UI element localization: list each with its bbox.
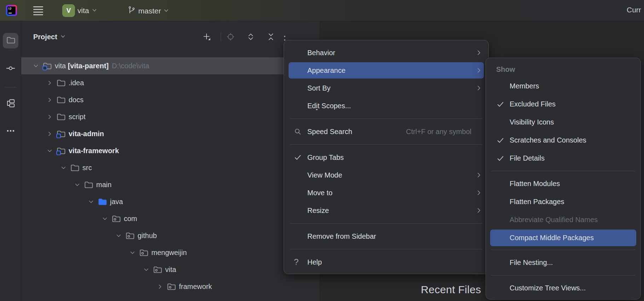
tree-row-framework[interactable]: framework [21,278,320,295]
tree-node-path: D:\code\vita [112,62,149,70]
menu-item-label: Group Tabs [307,154,476,162]
structure-toolwindow-button[interactable] [3,96,18,112]
project-view-selector[interactable]: Project [33,33,66,41]
main-toolbar: IJ V vita master Curr [0,0,644,21]
menu-item-excluded-files[interactable]: Excluded Files [486,95,640,113]
tree-node-label: vita-framework [69,147,119,155]
menu-item-group-tabs[interactable]: Group Tabs [284,149,488,166]
menu-divider [290,223,483,224]
package-icon [139,248,148,257]
chevron-down-icon[interactable] [46,148,53,154]
menu-item-label: Behavior [307,49,476,57]
project-tool-window: Project vita [vita-parent]D:\code\vita.i… [21,21,320,301]
chevron-right-icon[interactable] [156,284,164,290]
submenu-arrow-icon [476,207,482,214]
tree-row-src[interactable]: src [21,159,320,176]
menu-item-file-nesting[interactable]: File Nesting... [486,254,640,272]
commit-icon [6,64,15,74]
chevron-down-icon[interactable] [142,267,150,273]
activity-bar [0,21,21,301]
tree-row-.idea[interactable]: .idea [21,74,320,91]
menu-item-flatten-modules[interactable]: Flatten Modules [486,175,640,193]
tree-row-vita-admin[interactable]: vita-admin [21,125,320,142]
chevron-down-icon [60,33,66,41]
tree-row-vita[interactable]: vita [21,261,320,278]
menu-item-appearance[interactable]: Appearance [289,62,484,79]
menu-divider [491,250,635,250]
chevron-right-icon[interactable] [46,131,53,137]
folder-icon [56,112,65,121]
tree-row-script[interactable]: script [21,108,320,125]
menu-item-label: File Details [510,154,545,162]
tree-row-mengweijin[interactable]: mengweijin [21,244,320,261]
project-toolwindow-button[interactable] [3,33,18,48]
submenu-arrow-icon [476,67,482,74]
package-icon [111,214,121,223]
help-icon: ? [294,258,307,266]
module-folder-icon [42,61,52,70]
menu-item-behavior[interactable]: Behavior [284,44,488,62]
chevron-down-icon[interactable] [32,63,40,69]
current-file-widget[interactable]: Curr [627,6,641,14]
expand-all-icon[interactable] [246,33,255,41]
project-options-context-menu: BehaviorAppearanceSort ByEdit Scopes...S… [284,40,489,274]
main-menu-burger-icon[interactable] [32,5,45,17]
branch-name: master [138,7,161,15]
tree-row-java[interactable]: java [21,193,320,210]
menu-item-flatten-packages[interactable]: Flatten Packages [486,193,640,211]
menu-item-help[interactable]: ?Help [284,253,488,271]
menu-item-label: Excluded Files [510,100,556,108]
menu-item-sort-by[interactable]: Sort By [284,79,488,97]
menu-divider [290,144,483,145]
menu-item-customize-tree-views[interactable]: Customize Tree Views... [486,279,640,297]
collapse-all-icon[interactable] [267,33,275,41]
more-toolwindow-button[interactable] [3,124,18,139]
intellij-logo-icon[interactable]: IJ [6,5,17,16]
menu-item-members[interactable]: Members [486,77,640,95]
checkmark-icon [497,100,510,108]
menu-item-edit-scopes[interactable]: Edit Scopes... [284,97,488,115]
chevron-right-icon[interactable] [46,97,53,103]
chevron-down-icon[interactable] [115,233,122,239]
tree-row-main[interactable]: main [21,176,320,193]
tree-row-docs[interactable]: docs [21,91,320,108]
tree-row-github[interactable]: github [21,227,320,244]
chevron-right-icon[interactable] [46,80,53,86]
add-icon[interactable] [203,33,211,41]
folder-icon [56,95,65,104]
shortcut-hint: Ctrl+F or any symbol [406,128,471,136]
menu-item-visibility-icons[interactable]: Visibility Icons [486,113,640,131]
menu-item-remove-from-sidebar[interactable]: Remove from Sidebar [284,227,488,245]
menu-divider [491,275,635,276]
menu-item-label: Appearance [307,66,476,75]
commit-toolwindow-button[interactable] [3,61,18,77]
chevron-down-icon[interactable] [59,165,67,171]
locate-icon[interactable] [226,33,235,41]
menu-item-scratches-and-consoles[interactable]: Scratches and Consoles [486,131,640,149]
submenu-arrow-icon [476,190,482,196]
menu-item-resize[interactable]: Resize [284,202,488,219]
chevron-right-icon[interactable] [46,114,53,120]
chevron-down-icon[interactable] [128,250,136,256]
tree-row-vita-framework[interactable]: vita-framework [21,142,320,159]
chevron-down-icon[interactable] [101,216,109,222]
menu-item-move-to[interactable]: Move to [284,184,488,202]
vcs-branch-widget[interactable]: master [127,6,169,16]
menu-item-label: Flatten Packages [510,198,564,206]
folder-icon [70,163,79,172]
chevron-down-icon[interactable] [87,199,95,205]
tree-row-vita[interactable]: vita [vita-parent]D:\code\vita [21,57,320,74]
menu-divider [290,249,483,249]
folder-icon [6,35,15,46]
menu-item-compact-middle-packages[interactable]: Compact Middle Packages [490,230,636,246]
menu-item-speed-search[interactable]: Speed SearchCtrl+F or any symbol [284,123,488,140]
tree-node-label: framework [179,283,212,291]
tree-row-com[interactable]: com [21,210,320,227]
project-widget[interactable]: V vita [62,4,97,17]
tree-node-label: src [82,164,92,172]
chevron-down-icon[interactable] [73,182,81,188]
menu-item-view-mode[interactable]: View Mode [284,166,488,184]
module-folder-icon [56,129,65,138]
menu-item-label: View Mode [307,171,476,179]
menu-item-file-details[interactable]: File Details [486,149,640,167]
